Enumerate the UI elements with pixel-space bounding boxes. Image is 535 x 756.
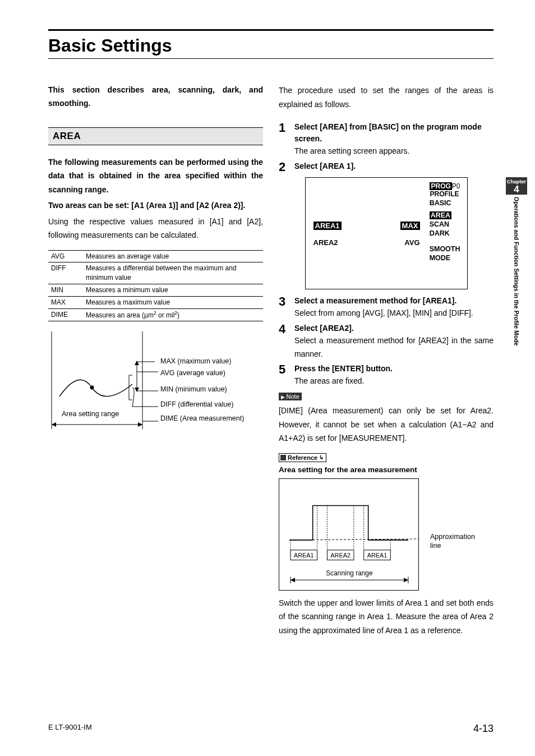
step-2: 2 Select [AREA 1].: [279, 160, 494, 174]
menu-scan: SCAN: [430, 220, 460, 228]
cell-key: AVG: [48, 250, 83, 262]
note-tag: Note: [279, 393, 302, 400]
step-num: 5: [279, 363, 289, 388]
page-number: 4-13: [473, 723, 494, 735]
area-lead-2: Two areas can be set: [A1 (Area 1)] and …: [48, 199, 263, 213]
menu-area: AREA: [430, 211, 451, 219]
screen-p0: P0: [452, 182, 460, 190]
procedure-intro: The procedure used to set the ranges of …: [279, 84, 494, 111]
cell-key: DIME: [48, 308, 83, 321]
reference-arrow-icon: ↳: [319, 454, 324, 460]
reference-tag: Reference ↳: [279, 453, 326, 462]
label-avg: AVG (average value): [160, 369, 244, 377]
svg-point-5: [90, 386, 94, 390]
step-title: Press the [ENTER] button.: [294, 363, 494, 375]
fig2-scan: Scanning range: [326, 569, 373, 577]
page-title: Basic Settings: [48, 35, 494, 56]
step-1: 1 Select [AREA] from [BASIC] on the prog…: [279, 121, 494, 158]
cell-val: Measures a maximum value: [83, 296, 263, 308]
reference-square-icon: [280, 455, 286, 460]
screen-header: PROGP0 PROFILE: [430, 182, 460, 198]
area-lead-1: The following measurements can be perfor…: [48, 155, 263, 197]
label-min: MIN (minimum value): [160, 385, 244, 394]
table-row: MINMeasures a minimum value: [48, 284, 263, 296]
doc-id: E LT-9001-IM: [48, 723, 92, 735]
measurement-table: AVGMeasures an average value DIFFMeasure…: [48, 250, 263, 322]
svg-marker-11: [135, 388, 139, 392]
step-title: Select a measurement method for [AREA1].: [294, 295, 494, 307]
step-num: 4: [279, 322, 289, 361]
step-num: 3: [279, 295, 289, 320]
row1-right: MAX: [400, 222, 420, 230]
step-4: 4 Select [AREA2]. Select a measurement m…: [279, 322, 494, 361]
row2-left: AREA2: [313, 238, 338, 247]
cell-val: Measures a differential between the maxi…: [83, 262, 263, 284]
under-rule: [48, 58, 494, 59]
figure-area-setting: AREA1 AREA2 AREA1 Scanning: [279, 478, 419, 591]
fig2-area2: AREA2: [330, 551, 350, 558]
svg-marker-28: [290, 578, 295, 582]
intro-text: This section describes area, scanning, d…: [48, 84, 263, 110]
cell-val: Measures a minimum value: [83, 284, 263, 296]
footer: E LT-9001-IM 4-13: [48, 723, 494, 735]
screen-prog: PROG: [430, 182, 451, 190]
label-dime: DIME (Area measurement): [160, 414, 244, 423]
note-text: [DIME] (Area measurement) can only be se…: [279, 404, 494, 445]
chapter-number: 4: [507, 185, 526, 194]
step-text: Select a measurement method for [AREA2] …: [294, 334, 494, 361]
fig2-approx-label: Approximation line: [430, 532, 486, 551]
row1-left: AREA1: [313, 222, 342, 230]
label-max: MAX (maximum value): [160, 357, 244, 366]
table-row: DIFFMeasures a differential between the …: [48, 262, 263, 284]
svg-marker-29: [404, 578, 408, 582]
section-area-heading: AREA: [48, 127, 263, 145]
table-row: AVGMeasures an average value: [48, 250, 263, 262]
menu-basic: BASIC: [430, 199, 460, 207]
top-rule: [48, 29, 494, 31]
step-5: 5 Press the [ENTER] button. The areas ar…: [279, 363, 494, 388]
menu-mode: MODE: [430, 254, 460, 262]
reference-label: Reference: [288, 454, 317, 461]
fig2-area1b: AREA1: [367, 551, 388, 558]
cell-key: DIFF: [48, 262, 83, 284]
step-num: 2: [279, 160, 289, 174]
table-row: DIMEMeasures an area (µm2 or mil2): [48, 308, 263, 321]
area-lead-3: Using the respective values measured in …: [48, 215, 263, 242]
side-tab: Chapter 4 Operations and Function Settin…: [506, 177, 527, 345]
screen-menu: BASIC AREA SCAN DARK SMOOTH MODE: [430, 199, 460, 263]
reference-text: Switch the upper and lower limits of Are…: [279, 596, 494, 638]
fig2-approx-text: Approximation line: [430, 532, 486, 551]
cell-val: Measures an average value: [83, 250, 263, 262]
label-range: Area setting range: [62, 410, 119, 418]
menu-smooth: SMOOTH: [430, 245, 460, 253]
screen-mock: PROGP0 PROFILE BASIC AREA SCAN DARK SMOO…: [305, 177, 468, 289]
reference-title: Area setting for the area measurement: [279, 465, 494, 474]
chapter-badge: Chapter 4: [506, 177, 527, 195]
step-num: 1: [279, 121, 289, 158]
row2-right: AVG: [404, 238, 419, 247]
label-diff: DIFF (differential value): [160, 400, 244, 409]
area-diagram: MAX (maximum value) AVG (average value) …: [48, 329, 263, 436]
menu-dark: DARK: [430, 229, 460, 237]
svg-marker-4: [138, 422, 142, 427]
side-title: Operations and Function Settings in the …: [513, 197, 520, 345]
cell-key: MAX: [48, 296, 83, 308]
left-column: This section describes area, scanning, d…: [48, 84, 263, 645]
screen-row-2: AREA2 AVG: [313, 238, 420, 247]
right-column: The procedure used to set the ranges of …: [279, 84, 494, 645]
cell-key: MIN: [48, 284, 83, 296]
table-row: MAXMeasures a maximum value: [48, 296, 263, 308]
step-title: Select [AREA] from [BASIC] on the progra…: [294, 121, 494, 145]
svg-marker-3: [52, 422, 56, 427]
step-text: The areas are fixed.: [294, 375, 494, 388]
step-text: Select from among [AVG], [MAX], [MIN] an…: [294, 307, 494, 320]
fig2-area1a: AREA1: [294, 551, 314, 558]
screen-profile: PROFILE: [430, 190, 459, 198]
step-text: The area setting screen appears.: [294, 145, 494, 158]
step-title: Select [AREA2].: [294, 322, 494, 334]
step-title: Select [AREA 1].: [294, 160, 494, 172]
svg-marker-8: [135, 361, 139, 365]
cell-val: Measures an area (µm2 or mil2): [83, 308, 263, 321]
step-3: 3 Select a measurement method for [AREA1…: [279, 295, 494, 320]
screen-row-1: AREA1 MAX: [313, 222, 420, 230]
